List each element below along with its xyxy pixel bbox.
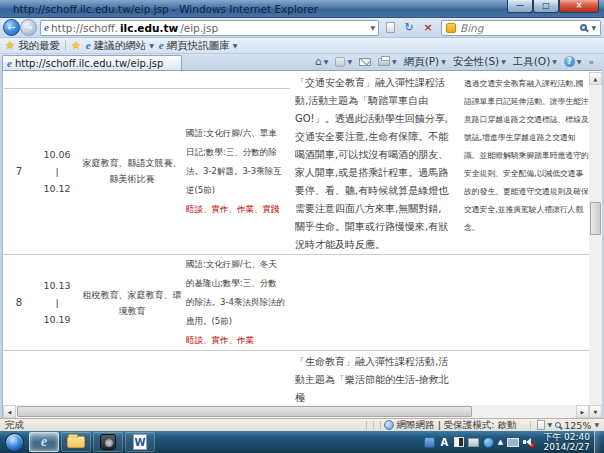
mail-icon [359,58,371,66]
week8-topics-cell: 租稅教育、家庭教育、環 境教育 [80,255,184,351]
week7-activity-cell: 「交通安全教育」融入彈性課程活 動,活動主題為「騎踏單車自由 GO!」。透過此活… [290,72,460,255]
page-menu-button[interactable]: 網頁(P) ▼ [404,55,446,69]
web-page: 「交通安全教育」融入彈性課程活 動,活動主題為「騎踏單車自由 GO!」。透過此活… [4,72,589,405]
taskbar-clock[interactable]: 下午 02:40 2014/2/27 [539,432,594,452]
home-button[interactable]: ⌂ ▼ [315,56,329,67]
scroll-down-button[interactable]: ▼ [589,405,602,418]
page-menu-label: 網頁(P) [404,55,440,69]
feeds-button[interactable]: ▼ [335,57,352,67]
help-button[interactable]: ? ▼ [564,56,582,67]
week7-date-cell: 10.06 | 10.12 [34,88,80,254]
folder-icon [67,436,85,448]
url-prefix: http://schoff. [51,22,118,34]
curriculum-text: 國語:文化行腳/七、冬天 的基隆山;數學:三、分數 的除法。3-4乘法與除法的 … [186,259,285,326]
taskbar-photo-app-button[interactable] [93,432,123,452]
ie-logo-icon: e [4,3,9,14]
horizontal-scrollbar-thumb[interactable] [17,406,472,417]
bing-logo-icon [446,23,456,33]
taskbar-ie-button[interactable]: e [29,432,59,452]
chevron-down-icon: ▼ [441,59,446,65]
horizontal-scrollbar[interactable]: ◀ ▶ [3,405,589,418]
taskbar-explorer-button[interactable] [61,432,91,452]
command-bar: ⌂ ▼ ▼ ▼ 網頁(P) ▼ 安全性(S) ▼ [315,54,602,70]
page-icon: e [44,22,49,33]
close-button[interactable]: × [559,0,599,13]
tray-program-icon[interactable] [424,437,435,448]
safety-menu-button[interactable]: 安全性(S) ▼ [453,55,506,69]
week8-number-cell: 8 [4,255,34,351]
chevron-down-icon[interactable]: ▼ [594,422,599,428]
search-box[interactable]: Bing ▼ [441,20,601,36]
ime-shape-icon[interactable] [454,437,464,447]
print-button[interactable]: ▼ [378,58,397,66]
photo-app-icon [100,434,116,450]
separator [530,421,531,430]
clock-time: 下午 02:40 [543,432,590,442]
back-button[interactable]: ← [3,19,20,36]
status-page-icon[interactable] [537,420,545,430]
compatibility-view-icon [386,22,395,33]
stop-button[interactable]: × [420,20,436,36]
add-favorite-icon[interactable]: ★ [71,40,81,51]
week9-activity-cell: 「生命教育」融入彈性課程活動,活 動主題為「樂活節能的生活-搶救北極 熊」。透過… [290,351,460,406]
toolbar-overflow-icon[interactable]: » [588,57,594,67]
address-dropdown-icon[interactable]: ▼ [370,25,375,31]
zoom-icon[interactable] [555,422,561,428]
taskbar-word-button[interactable]: W [125,432,155,452]
network-tray-icon[interactable] [507,438,519,447]
window-titlebar[interactable]: e http://schoff.ilc.edu.tw/eip.jsp - Win… [0,0,604,18]
page-content: 「交通安全教育」融入彈性課程活 動,活動主題為「騎踏單車自由 GO!」。透過此活… [2,70,602,418]
curriculum-text: 國語:文化行腳/六、單車 日記;數學:三、分數的除 法。3-2解題。3-3乘除互… [186,128,282,195]
search-icon[interactable] [580,24,587,31]
refresh-button[interactable]: ↻ [401,20,417,36]
favorites-item-suggested-sites[interactable]: e 建議的網站 ▼ [86,39,154,53]
clipped-cell [4,72,290,88]
week8-curriculum-cell: 國語:文化行腳/七、冬天 的基隆山;數學:三、分數 的除法。3-4乘法與除法的 … [184,255,290,351]
tray-window-icon[interactable] [468,438,479,447]
site-icon: e [159,40,164,51]
tray-update-icon[interactable] [483,437,494,448]
volume-muted-icon[interactable] [523,437,535,447]
week7-goal-cell: 透過交通安全教育融入課程活動,國 語課單車日記延伸活動。讓學生能注 意路口穿越道… [460,72,589,255]
start-button[interactable] [5,433,24,452]
favorites-item-web-slice[interactable]: e 網頁快訊圖庫 ▼ [159,39,238,53]
tools-menu-button[interactable]: 工具(O) ▼ [513,55,557,69]
print-icon [378,58,390,66]
show-hidden-icons-button[interactable]: ▲ [498,438,503,446]
zoom-level[interactable]: 125% [564,420,591,431]
show-desktop-button[interactable] [594,431,601,453]
forward-button[interactable]: → [20,19,37,36]
favorites-label: 我的最愛 [18,39,60,53]
scroll-up-button[interactable]: ▲ [589,72,602,85]
read-mail-button[interactable] [359,58,371,66]
scroll-left-button[interactable]: ◀ [3,405,16,418]
status-bar: 完成 網際網路 | 受保護模式: 啟動 ▼ 125% ▼ [0,418,604,431]
scroll-right-button[interactable]: ▶ [576,405,589,418]
chevron-down-icon: ▼ [149,43,154,49]
chevron-down-icon: ▼ [501,59,506,65]
star-icon: ★ [5,40,15,51]
vertical-scrollbar[interactable]: ▲ ▼ [589,72,602,418]
chevron-down-icon[interactable]: ▼ [548,422,553,428]
favorites-bar: ★ 我的最愛 ★ e 建議的網站 ▼ e 網頁快訊圖庫 ▼ [0,38,604,54]
address-bar-input[interactable]: e http://schoff.ilc.edu.tw/eip.jsp ▼ [40,20,379,36]
tab-bar: e http://schoff.ilc.edu.tw/eip.jsp ⌂ ▼ ▼… [0,54,604,70]
search-input[interactable]: Bing [460,22,576,34]
minimize-button[interactable]: — [507,0,533,13]
favorites-button[interactable]: ★ 我的最愛 [5,39,60,53]
ie-icon: e [41,435,47,449]
chevron-down-icon: ▼ [347,59,352,65]
compatibility-view-button[interactable] [382,20,398,36]
week8-activity-cell [290,255,460,351]
page-icon: e [7,58,12,69]
chevron-down-icon: ▼ [577,59,582,65]
tab-active[interactable]: e http://schoff.ilc.edu.tw/eip.jsp [2,55,182,70]
system-tray: A ▲ [424,437,539,448]
suggested-sites-label: 建議的網站 [94,39,147,53]
ime-language-icon[interactable]: A [439,437,450,448]
search-dropdown-icon[interactable]: ▼ [591,25,596,31]
week9-left-cells [4,351,290,406]
vertical-scrollbar-thumb[interactable] [590,202,601,235]
maximize-button[interactable]: □ [533,0,559,13]
assessment-text: 晤談、實作、作業、實踐 [186,200,288,219]
